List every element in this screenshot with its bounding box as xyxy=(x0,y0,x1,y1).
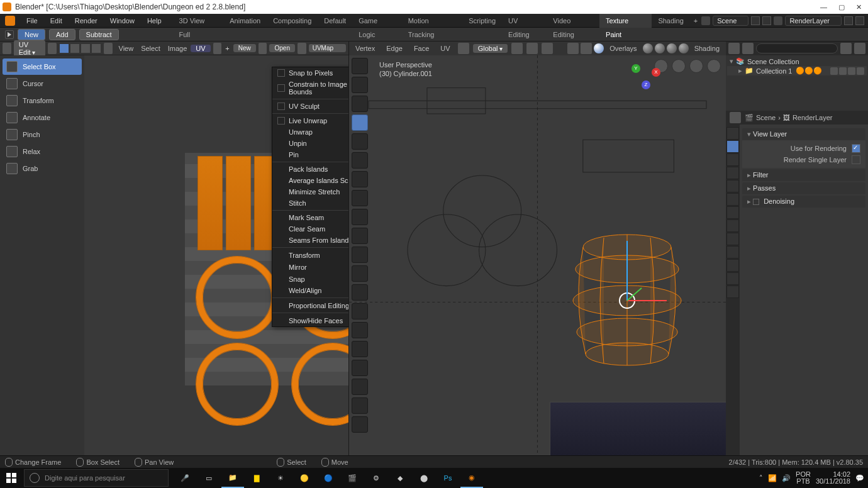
language-indicator[interactable]: PORPTB xyxy=(796,471,811,485)
uvmenu-unwrap[interactable]: UnwrapU xyxy=(272,126,348,138)
uvmenu-snap-to-pixels[interactable]: Snap to PixelsShift Tab xyxy=(272,67,348,79)
shading-wire-icon[interactable] xyxy=(643,43,653,53)
pin-icon[interactable] xyxy=(298,43,306,54)
outliner-filter-icon[interactable] xyxy=(840,43,852,54)
add-workspace-button[interactable]: + xyxy=(690,17,701,25)
tab-data-icon[interactable] xyxy=(726,259,739,272)
workspace-tab-video-editing[interactable]: Video Editing xyxy=(547,14,599,28)
scene-selector[interactable]: Scene xyxy=(713,16,748,26)
cortana-button[interactable]: 🎤 xyxy=(174,468,196,488)
tab-modifier-icon[interactable] xyxy=(726,206,739,219)
scene-delete[interactable] xyxy=(762,16,771,25)
sticky-select-icon[interactable] xyxy=(104,43,113,54)
menu-window[interactable]: Window xyxy=(104,17,141,25)
mode-add-button[interactable]: Add xyxy=(49,29,75,40)
shading-lookdev-icon[interactable] xyxy=(667,43,677,53)
task-view-button[interactable]: ▭ xyxy=(198,468,220,488)
outliner-scene-collection[interactable]: ▾ 📚 Scene Collection xyxy=(727,57,867,66)
tool-pinch[interactable]: Pinch xyxy=(3,126,82,143)
image-linked-icon[interactable] xyxy=(213,43,222,54)
selected-object-barrel[interactable] xyxy=(572,231,682,370)
close-button[interactable]: ✕ xyxy=(856,3,862,11)
editor-type-icon[interactable] xyxy=(3,43,11,54)
workspace-tab-scripting[interactable]: Scripting xyxy=(462,14,502,28)
sel-mode-face[interactable]: Face xyxy=(410,45,433,52)
uvmenu-pin[interactable]: PinP xyxy=(272,149,348,160)
pivot-icon[interactable] xyxy=(511,43,523,54)
tab-constraints-icon[interactable] xyxy=(726,246,739,258)
mode-subtract-button[interactable]: Subtract xyxy=(79,29,119,40)
weather-icon[interactable]: ☀ xyxy=(269,468,292,488)
uvmenu-proportional-editing[interactable]: Proportional Editing▸ xyxy=(272,299,348,311)
mode-new-button[interactable]: New xyxy=(18,29,45,40)
outliner-tree[interactable]: ▾ 📚 Scene Collection ▸ 📁 Collection 1 🟠🟠… xyxy=(726,55,868,111)
tray-volume-icon[interactable]: 🔊 xyxy=(782,474,791,482)
overlays-dropdown[interactable] xyxy=(594,43,604,53)
uvmenu-unpin[interactable]: UnpinAlt P xyxy=(272,138,348,149)
tray-chevron-icon[interactable]: ˄ xyxy=(759,474,763,482)
transform-orient-dropdown[interactable]: Global ▾ xyxy=(473,44,508,53)
open-image-button[interactable]: Open xyxy=(269,44,294,52)
uvmenu-transform[interactable]: Transform▸ xyxy=(272,249,348,261)
new-image-button[interactable]: New xyxy=(233,44,256,52)
play-icon[interactable] xyxy=(5,30,14,39)
tool-relax[interactable]: Relax xyxy=(3,143,82,160)
uv-menu-select[interactable]: Select xyxy=(137,45,164,52)
unity-icon[interactable]: ◆ xyxy=(389,468,411,488)
tab-physics-icon[interactable] xyxy=(726,233,739,245)
orient-icon[interactable] xyxy=(458,43,469,54)
sel-mode-edge[interactable]: Edge xyxy=(382,45,406,52)
workspace-tab-texture-paint[interactable]: Texture Paint xyxy=(599,14,652,28)
tray-network-icon[interactable]: 📶 xyxy=(768,474,777,482)
renderlayer-pin[interactable] xyxy=(844,16,853,25)
uv-mode-dropdown[interactable]: UV Edit ▾ xyxy=(14,40,45,57)
uv-menu-view[interactable]: View xyxy=(115,45,138,52)
sel-mode-vertex[interactable]: Vertex xyxy=(352,45,379,52)
shading-solid-icon[interactable] xyxy=(655,43,665,53)
properties-editor-icon[interactable] xyxy=(730,112,741,123)
uvmenu-constrain-to-image-bounds[interactable]: Constrain to Image BoundsShift Tab xyxy=(272,79,348,97)
workspace-tab-motion-tracking[interactable]: Motion Tracking xyxy=(402,14,463,28)
uvmenu-mirror[interactable]: Mirror▸ xyxy=(272,261,348,273)
gizmo-toggle-icon[interactable] xyxy=(567,43,579,54)
outliner-display-icon[interactable] xyxy=(742,43,754,54)
viewport-canvas[interactable]: User Perspective (30) Cylinder.001 xyxy=(349,55,726,468)
uvmenu-minimize-stretch[interactable]: Minimize Stretch xyxy=(272,186,348,197)
tab-viewlayer-icon[interactable] xyxy=(726,153,739,166)
outliner-search[interactable] xyxy=(756,43,838,53)
denoising-panel-header[interactable]: Denoising xyxy=(742,196,865,208)
tab-object-icon[interactable] xyxy=(726,193,739,206)
passes-panel-header[interactable]: Passes xyxy=(742,182,865,194)
steam-icon[interactable]: ⬤ xyxy=(413,468,435,488)
explorer-taskbar-icon[interactable]: 📁 xyxy=(221,468,244,488)
shading-label[interactable]: Shading xyxy=(691,45,723,52)
menu-edit[interactable]: Edit xyxy=(44,17,69,25)
uvmenu-snap[interactable]: Snap▸ xyxy=(272,273,348,285)
tool-cursor[interactable]: Cursor xyxy=(3,75,82,92)
minimize-button[interactable]: — xyxy=(820,3,827,11)
maximize-button[interactable]: ▢ xyxy=(838,3,845,11)
start-button[interactable] xyxy=(0,468,23,488)
shading-rendered-icon[interactable] xyxy=(679,43,689,53)
view-layer-panel-header[interactable]: View Layer xyxy=(742,128,865,140)
sticky-notes-icon[interactable]: ▇ xyxy=(245,468,268,488)
chrome-icon[interactable]: 🟡 xyxy=(293,468,316,488)
notification-icon[interactable]: 💬 xyxy=(855,474,864,482)
menu-render[interactable]: Render xyxy=(69,17,104,25)
outliner-collection-item[interactable]: ▸ 📁 Collection 1 🟠🟠🟠 xyxy=(727,66,867,75)
tab-scene-icon[interactable] xyxy=(726,167,739,179)
uvmap-selector[interactable]: UVMap xyxy=(309,44,346,52)
uv-menu-image[interactable]: Image xyxy=(164,45,191,52)
tab-render-icon[interactable] xyxy=(726,127,739,140)
tab-world-icon[interactable] xyxy=(726,180,739,192)
taskbar-search[interactable]: Digite aqui para pesquisar xyxy=(24,469,169,487)
scene-pin[interactable] xyxy=(751,16,760,25)
uvmenu-weld-align[interactable]: Weld/AlignShift W ▸ xyxy=(272,285,348,296)
app-icon[interactable]: 🔵 xyxy=(317,468,340,488)
workspace-tab-game-logic[interactable]: Game Logic xyxy=(352,14,402,28)
render-single-layer-row[interactable]: Render Single Layer xyxy=(747,154,860,165)
uvmenu-pack-islands[interactable]: Pack Islands xyxy=(272,164,348,175)
uvmenu-clear-seam[interactable]: Clear Seam xyxy=(272,223,348,235)
photoshop-icon[interactable]: Ps xyxy=(437,468,459,488)
use-for-rendering-checkbox[interactable] xyxy=(852,144,860,153)
